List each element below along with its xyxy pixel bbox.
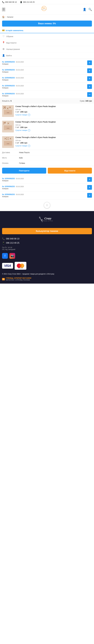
svg-rect-30 [6,137,7,138]
nav-settings-label: Налаштування [6,48,20,50]
order-expand-7[interactable]: + [87,185,92,190]
order-number-1[interactable]: № 3255056253 [2,61,15,63]
order-number-3[interactable]: № 3255056253 [2,77,15,79]
footer-copyright: © 2021 Crazy Cross Stitch – продаємо тов… [2,273,92,275]
svg-rect-32 [6,139,7,140]
scroll-top-button[interactable]: ↑ [44,202,50,208]
order-expand-4[interactable]: + [87,84,92,89]
order-number-2[interactable]: № 3255056253 [2,69,15,71]
order-date-2: 03.03.2020 [16,69,24,71]
order-number-6[interactable]: № 3255056253 [2,178,15,180]
order-date-7: 03.03.2020 [16,186,24,188]
order-row-top-7: № 3255056253 03.03.2020 [2,185,24,188]
order-status-6: Успішно [2,180,24,182]
product-qty-price-3: 1 шт 295 грн [15,142,92,144]
order-expanded-summary: Кількість: 5 Сума: 345 грн [0,98,94,104]
order-status-8: Успішно [2,196,24,198]
product-qty-2: 1 шт [15,126,19,128]
order-expand-3[interactable]: + [87,76,92,81]
product-qty-price-2: 1 шт 295 грн [15,126,92,128]
order-row-top-4: № 3255056253 03.03.2020 [2,84,24,87]
order-number-7[interactable]: № 3255056253 [2,186,15,188]
order-expand-6[interactable]: + [87,177,92,182]
order-row-top-2: № 3255056253 03.03.2020 [2,68,24,71]
order-row-6: № 3255056253 03.03.2020 Успішно + [0,176,94,184]
order-expand-1[interactable]: + [87,60,92,65]
delivery-info: Доставка Нова Пошта Місто Київ Оплата Го… [0,150,94,166]
main-header: ☰ Crazy Crazy CROSS STITCH 👤 🔍 [0,4,94,15]
order-date-8: 03.03.2020 [16,194,24,196]
svg-text:схема: схема [7,143,9,144]
product-price-1: 295 грн [20,111,27,113]
nav-item-track[interactable]: 📍 Відстежити [0,40,94,46]
footer-logo-svg: Crazy CROSS STITCH [38,215,56,226]
order-date-6: 03.03.2020 [16,178,24,180]
order-status-5: Успішно [2,95,24,97]
svg-rect-33 [8,139,9,140]
heart-icon: ♡ [2,35,5,38]
order-row-8: № 3255056253 03.03.2020 Успішно + [0,192,94,199]
order-expand-8[interactable]: + [87,193,92,198]
svg-text:CROSS STITCH: CROSS STITCH [42,9,46,10]
delivery-row-1: Доставка Нова Пошта [2,150,92,155]
order-number-4[interactable]: № 3255056253 [2,85,15,87]
product-image-3: схема [3,137,13,147]
delivery-label-2: Місто [2,157,19,159]
agency-desc: МАРКЕТИНГ, СУПРОВІД, РЕКЛАМА [6,279,31,281]
related-help-icon-1: ? [28,114,30,116]
footer-contacts: 📞 066 848 98 10 📱 096 213 49 25 [2,237,92,244]
product-old-price-2: 315 грн [15,124,92,126]
viber-icon: 📱 [20,1,22,3]
settings-icon: ⚙ [2,48,5,50]
discount-banner[interactable]: Ваша знижка: 5% [2,20,92,26]
nav-item-settings[interactable]: ⚙ Налаштування [0,46,94,52]
order-info-6: № 3255056253 03.03.2020 Успішно [2,177,24,182]
order-number-8[interactable]: № 3255056253 [2,193,15,196]
logo-area: Crazy Crazy CROSS STITCH [40,6,48,13]
delivery-value-1: Нова Пошта [19,152,30,154]
order-collapse-5[interactable]: − [87,92,92,97]
user-icon-button[interactable]: 👤 [83,8,86,11]
product-qty-3: 1 шт [15,142,19,144]
related-label-3: Супутні товари [15,145,27,147]
product-price-2: 295 грн [20,126,27,128]
product-old-price-3: 315 грн [15,140,92,142]
phone2-contact: 📱 096 213 49 25 [20,1,35,3]
logo-svg: Crazy Crazy CROSS STITCH [40,6,48,13]
order-status-7: Успішно [2,188,24,190]
breadcrumb: 🏠 > Каталог [0,15,94,19]
phone2-number: 096 213 49 25 [23,1,35,3]
order-status-2: Успішно [2,71,24,73]
svg-text:схема: схема [7,112,9,113]
search-icon-button[interactable]: 🔍 [88,8,92,11]
footer-phone1-number: 066 848 98 10 [6,238,19,240]
phone-icon: 📞 [2,1,4,3]
agency-info: ГЛЯНЕЦЬ: ІНТЕРНЕТ-МАГАЗИНИ МАРКЕТИНГ, СУ… [6,277,31,281]
facebook-button[interactable]: f [2,253,8,259]
footer-phone1: 📞 066 848 98 10 [2,237,92,240]
order-number-5[interactable]: № 3255056253 [2,92,15,95]
hamburger-button[interactable]: ☰ [2,8,5,12]
breadcrumb-home-icon[interactable]: 🏠 [2,16,5,18]
order-info-3: № 3255056253 03.03.2020 Успішно [2,76,24,81]
product-item-3: схема Схема Through a father's Eyes Paul… [0,134,94,150]
nav-item-logout[interactable]: 👤 Вийти [0,52,94,59]
related-link-2[interactable]: Супутні товари ? [15,129,92,132]
product-name-2: Схема Through a father's Eyes Paula Vaug… [15,121,92,123]
track-order-button[interactable]: Відстежити [48,168,92,174]
nav-item-favorites[interactable]: ♡ Обране [0,33,94,40]
calc-button[interactable]: Калькулятор тканини [2,228,92,234]
related-link-3[interactable]: Супутні товари ? [15,145,92,147]
product-details-2: Схема Through a father's Eyes Paula Vaug… [15,121,92,132]
order-row-top-3: № 3255056253 03.03.2020 [2,76,24,79]
order-row-7: № 3255056253 03.03.2020 Успішно + [0,184,94,192]
related-link-1[interactable]: Супутні товари ? [15,114,92,116]
action-buttons: Повторити Відстежити [0,166,94,176]
repeat-order-button[interactable]: Повторити [2,168,46,174]
order-expand-2[interactable]: + [87,68,92,73]
delivery-value-3: Готівка [19,162,25,164]
instagram-button[interactable]: 📷 [10,253,15,259]
svg-rect-31 [8,137,9,138]
order-history-title: Історія замовлень [6,29,24,32]
footer-phone-icon: 📞 [2,237,5,240]
